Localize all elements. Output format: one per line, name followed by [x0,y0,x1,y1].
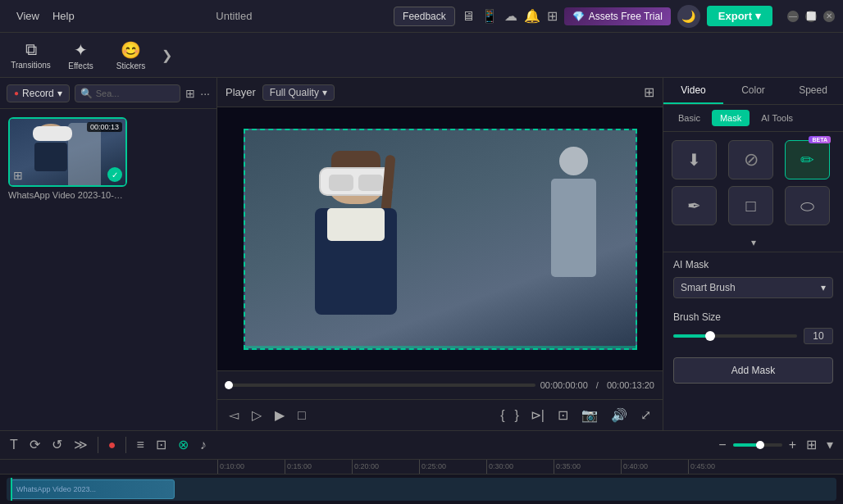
rect-icon: □ [745,197,755,216]
cloud-icon[interactable]: ☁ [504,8,517,24]
window-controls: — ⬜ ✕ [787,11,835,22]
brush-size-label: Brush Size [673,311,833,323]
tl-record-button[interactable]: ● [105,436,120,454]
mask-tools-more[interactable]: ▾ [663,234,843,252]
feedback-button[interactable]: Feedback [394,7,455,26]
mask-tool-pen[interactable]: ✒ [672,186,717,225]
quality-selector[interactable]: Full Quality ▾ [262,84,335,101]
close-button[interactable]: ✕ [823,11,835,22]
assets-label: Assets Free Trial [589,11,663,22]
stickers-icon: 😊 [121,40,141,60]
tl-audio-button[interactable]: ♪ [197,436,210,454]
left-panel: ● Record ▾ 🔍 Sea... ⊞ ··· [0,78,217,430]
mask-tool-import[interactable]: ⬇ [672,140,717,179]
media-item[interactable]: 00:00:13 ✓ ⊞ WhatsApp Video 2023-10-05..… [8,117,127,200]
mask-tool-none[interactable]: ⊘ [728,140,773,179]
tl-clock-button[interactable]: ⟳ [26,435,43,454]
timeline-ruler: 0:10:00 0:15:00 0:20:00 0:25:00 0:30:00 … [0,460,843,474]
add-mask-button[interactable]: Add Mask [673,357,833,384]
fullscreen-button[interactable]: ⤢ [637,406,654,425]
tl-text-button[interactable]: T [7,436,21,454]
search-placeholder: Sea... [96,89,120,98]
toolbar-more-chevron[interactable]: ❯ [158,48,175,63]
prev-frame-button[interactable]: ◅ [226,406,242,425]
overlay-button[interactable]: ⊡ [554,406,572,425]
brush-thumb[interactable] [705,331,715,341]
zoom-thumb[interactable] [756,441,764,449]
mask-tool-rect[interactable]: □ [728,186,773,225]
minimize-button[interactable]: — [787,11,799,22]
time-separator: / [593,380,602,390]
no-mask-icon: ⊘ [744,149,759,170]
track-clip[interactable]: WhatsApp Video 2023... [11,479,175,499]
play-button[interactable]: ▷ [248,406,265,425]
subtab-mask[interactable]: Mask [712,110,750,126]
snapshot-button[interactable]: 📷 [578,406,601,425]
tab-video[interactable]: Video [663,78,723,104]
stop-button[interactable]: □ [294,406,309,425]
tl-chevron-button[interactable]: ▾ [823,435,836,454]
video-frame [244,129,637,350]
maximize-button[interactable]: ⬜ [805,11,817,22]
media-type-icon: ⊞ [13,169,23,182]
search-box[interactable]: 🔍 Sea... [75,84,181,102]
tl-undo-button[interactable]: ↺ [48,435,66,454]
ruler-mark-0: 0:10:00 [217,460,285,474]
timeline: T ⟳ ↺ ≫ ● ≡ ⊡ ⊗ ♪ − + ⊞ ▾ 0:10:00 0:15:0… [0,430,843,504]
record-button[interactable]: ● Record ▾ [7,84,70,102]
player-label: Player [226,86,256,98]
brush-size-slider[interactable] [673,334,797,338]
zoom-out-button[interactable]: − [715,436,729,454]
tl-fx-button[interactable]: ⊗ [175,435,192,454]
toolbar-stickers[interactable]: 😊 Stickers [108,35,153,75]
main-toolbar: ⧉ Transitions ✦ Effects 😊 Stickers ❯ [0,33,843,78]
mask-tool-ellipse[interactable]: ⬭ [785,186,830,225]
record-chevron: ▾ [57,88,62,99]
more-options-icon[interactable]: ··· [200,87,210,100]
time-total: 00:00:13:20 [607,380,654,390]
tl-separator-2 [125,437,126,453]
subtab-basic[interactable]: Basic [670,110,709,126]
expand-player-icon[interactable]: ⊞ [644,84,654,100]
toolbar-effects[interactable]: ✦ Effects [58,35,103,75]
pen-icon: ✒ [687,196,701,216]
tl-more-button[interactable]: ⊞ [803,435,820,454]
grid-icon[interactable]: ⊞ [547,8,558,24]
mask-tool-brush[interactable]: BETA ✏ [785,140,830,179]
video-track[interactable]: WhatsApp Video 2023... [7,478,836,501]
subtab-ai-tools[interactable]: AI Tools [753,110,801,126]
tl-grid-button[interactable]: ⊡ [153,435,170,454]
playhead[interactable] [11,478,12,501]
right-panel-tabs: Video Color Speed [663,78,843,105]
play-forward-button[interactable]: ▶ [271,406,288,425]
export-button[interactable]: Export ▾ [707,6,772,26]
bracket-end[interactable]: } [513,406,521,425]
bracket-start[interactable]: { [499,406,506,425]
brush-size-value[interactable]: 10 [804,328,833,344]
ai-mask-dropdown[interactable]: Smart Brush ▾ [673,277,833,298]
record-dot: ● [14,89,19,98]
assets-button[interactable]: 💎 Assets Free Trial [564,7,671,25]
toolbar-transitions[interactable]: ⧉ Transitions [8,35,53,75]
zoom-slider[interactable] [733,443,782,447]
media-duration: 00:00:13 [87,122,122,132]
tl-skip-button[interactable]: ≫ [71,435,91,454]
tab-color[interactable]: Color [723,78,783,104]
tab-speed[interactable]: Speed [783,78,843,104]
media-selected-check: ✓ [107,167,122,182]
menu-view[interactable]: View [16,10,39,22]
tl-tracks-button[interactable]: ≡ [133,436,147,454]
zoom-in-button[interactable]: + [786,436,800,454]
bell-icon[interactable]: 🔔 [524,8,540,24]
mobile-icon[interactable]: 📱 [481,8,498,24]
progress-bar[interactable] [226,384,535,387]
keyframe-nav-button[interactable]: ⊳| [527,406,548,425]
progress-thumb[interactable] [225,381,233,389]
theme-toggle[interactable]: 🌙 [677,5,700,28]
filter-icon[interactable]: ⊞ [185,87,195,100]
menu-help[interactable]: Help [52,10,75,22]
search-icon: 🔍 [80,88,93,99]
monitor-icon[interactable]: 🖥 [462,9,475,24]
brush-icon: ✏ [800,150,814,170]
audio-button[interactable]: 🔊 [608,406,631,425]
